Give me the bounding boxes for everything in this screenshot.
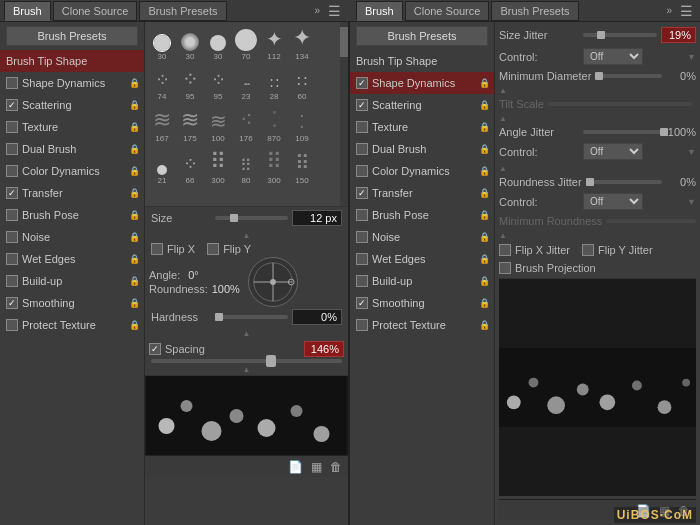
checkbox-dual-brush-left[interactable]: [6, 143, 18, 155]
tab-arrow-right[interactable]: »: [663, 5, 675, 16]
brush-item[interactable]: ⠿ 80: [233, 156, 259, 185]
checkbox-texture-left[interactable]: [6, 121, 18, 133]
checkbox-wet-edges-right[interactable]: [356, 253, 368, 265]
control2-select[interactable]: Off: [583, 143, 643, 160]
angle-circle[interactable]: [248, 257, 298, 307]
checkbox-scattering-right[interactable]: ✓: [356, 99, 368, 111]
sidebar-item-texture-right[interactable]: Texture 🔒: [350, 116, 494, 138]
brush-grid-scrollbar[interactable]: [340, 22, 348, 206]
checkbox-shape-dynamics-right[interactable]: ✓: [356, 77, 368, 89]
tab-brush-presets-left[interactable]: Brush Presets: [139, 1, 226, 21]
checkbox-wet-edges-left[interactable]: [6, 253, 18, 265]
size-jitter-value[interactable]: 19%: [661, 27, 696, 43]
spacing-check[interactable]: ✓: [149, 343, 161, 355]
sidebar-item-dual-brush-right[interactable]: Dual Brush 🔒: [350, 138, 494, 160]
sidebar-item-transfer-right[interactable]: ✓ Transfer 🔒: [350, 182, 494, 204]
sidebar-item-noise-left[interactable]: Noise 🔒: [0, 226, 144, 248]
brush-item[interactable]: 30: [149, 35, 175, 61]
brush-item[interactable]: ⁚ 870: [261, 107, 287, 143]
checkbox-buildup-left[interactable]: [6, 275, 18, 287]
brush-item[interactable]: ⁘ 66: [177, 153, 203, 185]
tab-brush-presets-right[interactable]: Brush Presets: [491, 1, 578, 21]
brush-item[interactable]: ∷ 60: [289, 72, 315, 101]
checkbox-color-dynamics-right[interactable]: [356, 165, 368, 177]
hardness-value[interactable]: 0%: [292, 309, 342, 325]
hardness-slider[interactable]: [215, 315, 288, 319]
sidebar-item-wet-edges-left[interactable]: Wet Edges 🔒: [0, 248, 144, 270]
checkbox-noise-left[interactable]: [6, 231, 18, 243]
checkbox-shape-dynamics-left[interactable]: [6, 77, 18, 89]
brush-item[interactable]: ✦ 134: [289, 25, 315, 61]
control3-select[interactable]: Off: [583, 193, 643, 210]
checkbox-smoothing-left[interactable]: ✓: [6, 297, 18, 309]
sidebar-item-shape-dynamics-right[interactable]: ✓ Shape Dynamics 🔒: [350, 72, 494, 94]
brush-grid[interactable]: 30 30 30 70 ✦: [145, 22, 348, 207]
tab-clone-source-left[interactable]: Clone Source: [53, 1, 138, 21]
sidebar-item-noise-right[interactable]: Noise 🔒: [350, 226, 494, 248]
brush-item[interactable]: 21: [149, 165, 175, 185]
sidebar-item-shape-dynamics-left[interactable]: Shape Dynamics 🔒: [0, 72, 144, 94]
sidebar-item-buildup-right[interactable]: Build-up 🔒: [350, 270, 494, 292]
sidebar-item-brush-pose-left[interactable]: Brush Pose 🔒: [0, 204, 144, 226]
brush-item[interactable]: ⠿ 300: [261, 149, 287, 185]
tab-brush-left[interactable]: Brush: [4, 1, 51, 21]
flip-x-checkbox[interactable]: Flip X: [151, 243, 195, 255]
sidebar-item-buildup-left[interactable]: Build-up 🔒: [0, 270, 144, 292]
sidebar-item-brush-pose-right[interactable]: Brush Pose 🔒: [350, 204, 494, 226]
brush-projection-checkbox[interactable]: Brush Projection: [499, 262, 596, 274]
brush-item[interactable]: 30: [177, 33, 203, 61]
checkbox-texture-right[interactable]: [356, 121, 368, 133]
brush-item[interactable]: 70: [233, 29, 259, 61]
brush-projection-check[interactable]: [499, 262, 511, 274]
sidebar-item-texture-left[interactable]: Texture 🔒: [0, 116, 144, 138]
roundness-jitter-slider[interactable]: [586, 180, 662, 184]
brush-item[interactable]: ⁘ 74: [149, 69, 175, 101]
angle-jitter-slider[interactable]: [583, 130, 662, 134]
checkbox-noise-right[interactable]: [356, 231, 368, 243]
brush-item[interactable]: ∷ 28: [261, 75, 287, 101]
checkbox-buildup-right[interactable]: [356, 275, 368, 287]
checkbox-smoothing-right[interactable]: ✓: [356, 297, 368, 309]
left-brush-presets-button[interactable]: Brush Presets: [6, 26, 138, 46]
sidebar-item-protect-texture-right[interactable]: Protect Texture 🔒: [350, 314, 494, 336]
spacing-value[interactable]: 146%: [304, 341, 344, 357]
tab-arrow-left[interactable]: »: [311, 5, 323, 16]
sidebar-item-scattering-right[interactable]: ✓ Scattering 🔒: [350, 94, 494, 116]
new-brush-icon[interactable]: 📄: [286, 460, 305, 474]
sidebar-item-dual-brush-left[interactable]: Dual Brush 🔒: [0, 138, 144, 160]
checkbox-dual-brush-right[interactable]: [356, 143, 368, 155]
checkbox-scattering-left[interactable]: ✓: [6, 99, 18, 111]
size-jitter-slider[interactable]: [583, 33, 657, 37]
delete-brush-icon[interactable]: 🗑: [328, 460, 344, 474]
spacing-slider[interactable]: [151, 359, 342, 363]
brush-item[interactable]: ⁘ 95: [177, 67, 203, 101]
sidebar-item-color-dynamics-right[interactable]: Color Dynamics 🔒: [350, 160, 494, 182]
right-brush-presets-button[interactable]: Brush Presets: [356, 26, 488, 46]
size-slider[interactable]: [215, 216, 288, 220]
flip-y-jitter-check[interactable]: [582, 244, 594, 256]
brush-item[interactable]: 30: [205, 35, 231, 61]
sidebar-item-color-dynamics-left[interactable]: Color Dynamics 🔒: [0, 160, 144, 182]
flip-x-jitter-check[interactable]: [499, 244, 511, 256]
brush-item[interactable]: ··· 23: [233, 75, 259, 101]
checkbox-brush-pose-right[interactable]: [356, 209, 368, 221]
brush-item[interactable]: ⠿ 300: [205, 149, 231, 185]
sidebar-item-brush-tip-shape-left[interactable]: Brush Tip Shape: [0, 50, 144, 72]
checkbox-color-dynamics-left[interactable]: [6, 165, 18, 177]
grid-view-icon[interactable]: ▦: [309, 460, 324, 474]
min-diameter-slider[interactable]: [595, 74, 662, 78]
flip-y-check[interactable]: [207, 243, 219, 255]
flip-x-jitter-checkbox[interactable]: Flip X Jitter: [499, 244, 570, 256]
checkbox-protect-texture-left[interactable]: [6, 319, 18, 331]
brush-item[interactable]: ⁘ 95: [205, 69, 231, 101]
checkbox-brush-pose-left[interactable]: [6, 209, 18, 221]
brush-item[interactable]: ≋ 167: [149, 107, 175, 143]
checkbox-transfer-left[interactable]: ✓: [6, 187, 18, 199]
sidebar-item-wet-edges-right[interactable]: Wet Edges 🔒: [350, 248, 494, 270]
tab-menu-right[interactable]: ☰: [677, 3, 696, 19]
tab-clone-source-right[interactable]: Clone Source: [405, 1, 490, 21]
control1-select[interactable]: Off: [583, 48, 643, 65]
sidebar-item-transfer-left[interactable]: ✓ Transfer 🔒: [0, 182, 144, 204]
tab-brush-right[interactable]: Brush: [356, 1, 403, 21]
flip-y-checkbox[interactable]: Flip Y: [207, 243, 251, 255]
